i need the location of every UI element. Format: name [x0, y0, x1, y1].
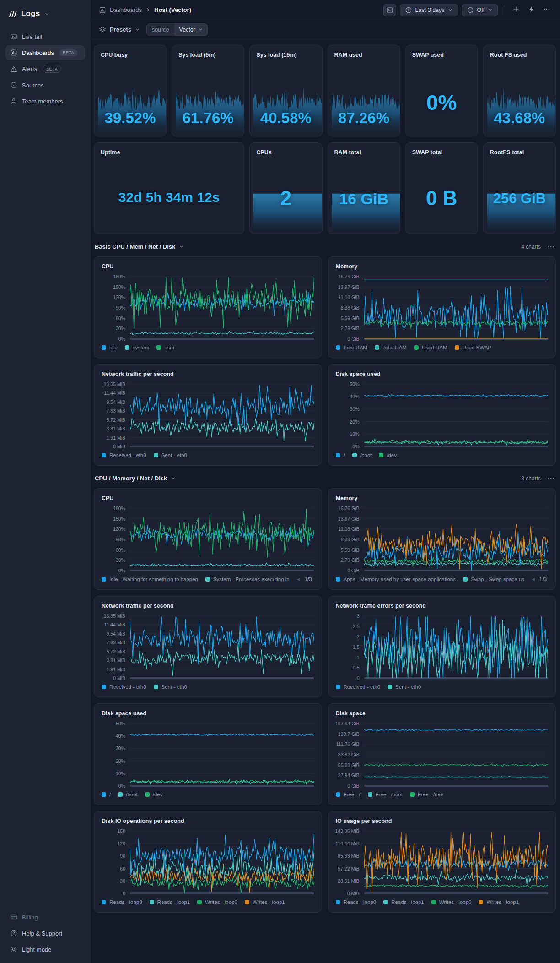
legend-item[interactable]: Idle - Waiting for something to happen — [102, 577, 198, 582]
legend-item[interactable]: system — [125, 345, 149, 350]
legend-item[interactable]: / — [102, 792, 111, 797]
stat-card-rootfs-total: RootFS total256 GiB — [483, 142, 556, 234]
legend-prev-arrow-icon[interactable]: ◀ — [297, 577, 300, 582]
y-tick-label: 120% — [113, 294, 125, 300]
nav-item-label: Billing — [22, 914, 38, 921]
presets-button[interactable]: Presets — [99, 26, 140, 33]
panel-button[interactable] — [383, 4, 396, 16]
chart-legend: Free - /Free - /bootFree - /dev — [336, 790, 549, 799]
legend-swatch — [102, 453, 106, 457]
line-chart-svg — [364, 720, 549, 789]
legend-item[interactable]: Free - /dev — [410, 792, 443, 797]
legend-item[interactable]: Received - eth0 — [336, 684, 381, 690]
legend-swatch — [336, 792, 340, 797]
legend-item[interactable]: Writes - loop1 — [479, 899, 519, 905]
legend-item[interactable]: Reads - loop0 — [336, 899, 377, 905]
legend-item[interactable]: Free RAM — [336, 345, 367, 350]
legend-item[interactable]: Swap - Swap space us — [463, 577, 524, 582]
legend-label: Sent - eth0 — [395, 684, 421, 690]
legend-item[interactable]: Writes - loop1 — [245, 899, 285, 905]
stat-card-uptime: Uptime32d 5h 34m 12s — [94, 142, 244, 234]
legend-item[interactable]: Total RAM — [375, 345, 407, 350]
more-options-button[interactable] — [541, 5, 553, 14]
legend-item[interactable]: Received - eth0 — [102, 684, 146, 690]
stat-card-title: Uptime — [101, 149, 237, 156]
refresh-button[interactable]: Off — [462, 4, 498, 16]
sidebar-item-live-tail[interactable]: Live tail — [5, 29, 85, 44]
y-tick-label: 40% — [116, 733, 125, 739]
plot-canvas — [364, 613, 549, 678]
series-line-orange — [130, 861, 314, 893]
time-range-button[interactable]: Last 3 days — [400, 4, 458, 16]
legend-item[interactable]: Reads - loop1 — [150, 899, 190, 905]
charts-grid: CPU180%150%120%90%60%30%0%idlesystemuser… — [94, 256, 556, 466]
legend-item[interactable]: /dev — [379, 452, 397, 458]
legend-label: /dev — [153, 792, 163, 797]
legend-item[interactable]: Sent - eth0 — [154, 684, 187, 690]
layers-icon — [99, 26, 106, 33]
section-title[interactable]: Basic CPU / Mem / Net / Disk — [95, 243, 184, 250]
legend-item[interactable]: Received - eth0 — [102, 452, 146, 458]
legend-label: Reads - loop1 — [157, 899, 190, 905]
quick-actions-button[interactable] — [526, 6, 537, 14]
series-line-green — [364, 884, 549, 888]
legend-label: Writes - loop0 — [205, 899, 237, 905]
y-tick-label: 0.5 — [353, 665, 360, 670]
y-tick-label: 13.35 MiB — [104, 613, 125, 619]
sidebar-item-alerts[interactable]: AlertsBETA — [5, 61, 85, 76]
y-axis: 143.05 MiB114.44 MiB85.83 MiB57.22 MiB28… — [336, 828, 364, 893]
legend-item[interactable]: System - Processes executing in — [205, 577, 290, 582]
y-tick-label: 114.44 MiB — [335, 841, 359, 846]
chart-legend: Received - eth0Sent - eth0 — [336, 682, 549, 691]
legend-item[interactable]: Sent - eth0 — [388, 684, 421, 690]
legend-item[interactable]: Writes - loop0 — [197, 899, 237, 905]
legend-item[interactable]: Writes - loop0 — [431, 899, 472, 905]
section-more-button[interactable]: ⋯ — [547, 476, 555, 481]
legend-item[interactable]: Used RAM — [414, 345, 447, 350]
legend-item[interactable]: /boot — [352, 452, 372, 458]
y-tick-label: 111.76 GiB — [336, 741, 360, 747]
y-tick-label: 30 — [120, 878, 125, 884]
section-title[interactable]: CPU / Memory / Net / Disk — [95, 475, 176, 482]
chart-title: Disk space used — [102, 710, 314, 717]
series-line-teal — [364, 440, 549, 446]
line-chart-svg — [130, 273, 314, 342]
stat-card-sys-load-5m-: Sys load (5m)61.76% — [172, 45, 244, 136]
legend-item[interactable]: Sent - eth0 — [154, 452, 187, 458]
legend-item[interactable]: /boot — [118, 792, 138, 797]
footer-item-billing[interactable]: Billing — [5, 910, 85, 925]
legend-item[interactable]: Free - / — [336, 792, 361, 797]
legend-item[interactable]: Free - /boot — [368, 792, 403, 797]
y-tick-label: 60% — [116, 547, 125, 553]
stat-card-sys-load-15m-: Sys load (15m)40.58% — [249, 45, 322, 136]
legend-item[interactable]: user — [156, 345, 174, 350]
stat-card-title: SWAP total — [412, 149, 471, 156]
sidebar-item-sources[interactable]: Sources — [5, 78, 85, 92]
legend-item[interactable]: Reads - loop0 — [102, 899, 142, 905]
y-tick-label: 5.72 MiB — [107, 649, 125, 654]
footer-item-help-support[interactable]: Help & Support — [5, 926, 85, 941]
legend-item[interactable]: idle — [102, 345, 118, 350]
logo[interactable]: Logs — [5, 5, 85, 29]
sidebar-item-team-members[interactable]: Team members — [5, 94, 85, 109]
add-button[interactable] — [510, 5, 522, 14]
legend-item[interactable]: Apps - Memory used by user-space applica… — [336, 577, 456, 582]
chevron-down-icon[interactable] — [44, 11, 49, 16]
y-tick-label: 30% — [116, 745, 125, 751]
chart-legend: Received - eth0Sent - eth0 — [102, 682, 314, 691]
section-more-button[interactable]: ⋯ — [547, 245, 555, 249]
legend-item[interactable]: Used SWAP — [455, 345, 491, 350]
source-filter-chip[interactable]: source Vector — [146, 23, 208, 36]
y-axis: 16.76 GiB13.97 GiB11.18 GiB8.38 GiB5.59 … — [336, 505, 364, 570]
footer-item-light-mode[interactable]: Light mode — [5, 942, 85, 957]
chart-legend: //boot/dev — [336, 451, 549, 460]
sidebar-item-dashboards[interactable]: DashboardsBETA — [5, 45, 85, 60]
y-tick-label: 60 — [120, 866, 125, 871]
y-axis: 180%150%120%90%60%30%0% — [102, 505, 130, 570]
y-tick-label: 30% — [116, 326, 125, 331]
breadcrumb-root[interactable]: Dashboards — [110, 6, 142, 13]
legend-item[interactable]: / — [336, 452, 345, 458]
legend-item[interactable]: Reads - loop1 — [383, 899, 424, 905]
legend-prev-arrow-icon[interactable]: ◀ — [532, 577, 535, 582]
legend-item[interactable]: /dev — [145, 792, 163, 797]
